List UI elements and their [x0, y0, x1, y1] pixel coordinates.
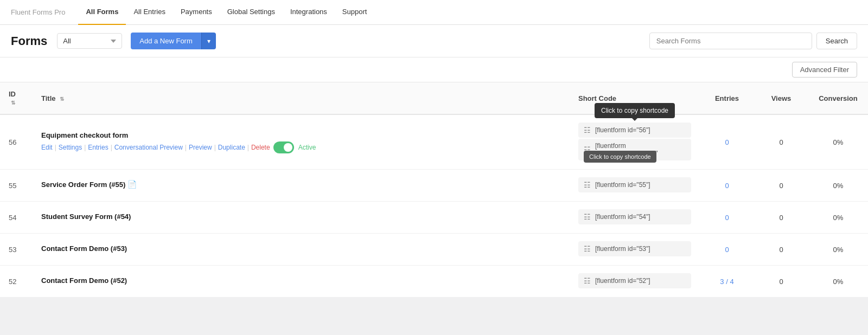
active-status-label: Active: [298, 144, 316, 151]
search-input[interactable]: [649, 33, 812, 49]
table-row: 54 Student Survey Form (#54) ☷ [fluentfo…: [0, 202, 868, 234]
advanced-filter-button[interactable]: Advanced Filter: [792, 62, 857, 78]
table-row: 55 Service Order Form (#55) 📄 ☷ [fluentf…: [0, 170, 868, 202]
shortcode-text-conv: [fluentform type="conversational": [595, 142, 686, 157]
active-toggle[interactable]: [273, 141, 294, 153]
shortcode-text: [fluentform id="55"]: [595, 181, 650, 189]
row-id: 52: [0, 266, 33, 298]
nav-support[interactable]: Support: [335, 0, 375, 25]
copy-icon: ☷: [584, 212, 591, 221]
shortcode-box-conv[interactable]: ☷ [fluentform type="conversational": [578, 139, 691, 160]
table-header: ID ⇅ Title ⇅ Short Code Entries Views Co…: [0, 82, 868, 114]
entries-link[interactable]: 0: [725, 138, 729, 146]
copy-icon: ☷: [584, 126, 591, 134]
form-actions: Edit | Settings | Entries | Conversation…: [41, 141, 561, 153]
shortcode-text: [fluentform id="52"]: [595, 277, 650, 285]
row-id: 55: [0, 170, 33, 202]
nav-integrations[interactable]: Integrations: [283, 0, 335, 25]
forms-table: ID ⇅ Title ⇅ Short Code Entries Views Co…: [0, 82, 868, 298]
row-conversion: 0%: [808, 266, 868, 298]
row-conversion: 0%: [808, 202, 868, 234]
col-header-views: Views: [754, 82, 808, 114]
add-form-button-group: Add a New Form ▾: [131, 33, 216, 49]
row-title-cell: Service Order Form (#55) 📄: [33, 170, 570, 202]
row-views: 0: [754, 114, 808, 170]
row-conversion: 0%: [808, 234, 868, 266]
row-shortcode-cell: ☷ [fluentform id="52"]: [570, 266, 700, 298]
row-entries: 0: [700, 170, 754, 202]
shortcode-box-primary[interactable]: ☷ [fluentform id="56"]: [578, 123, 691, 138]
row-title-cell: Contact Form Demo (#53): [33, 234, 570, 266]
form-title: Service Order Form (#55) 📄: [41, 180, 561, 189]
page-header: Forms All Published Unpublished Add a Ne…: [0, 25, 868, 57]
nav-global-settings[interactable]: Global Settings: [220, 0, 283, 25]
advanced-filter-bar: Advanced Filter: [0, 57, 868, 82]
form-icon: 📄: [127, 180, 137, 189]
row-views: 0: [754, 266, 808, 298]
form-title: Equipment checkout form: [41, 131, 561, 139]
toggle-wrap: Active: [273, 141, 316, 153]
shortcode-text: [fluentform id="53"]: [595, 245, 650, 253]
copy-icon: ☷: [584, 244, 591, 253]
col-header-entries: Entries: [700, 82, 754, 114]
nav-all-entries[interactable]: All Entries: [126, 0, 173, 25]
row-views: 0: [754, 202, 808, 234]
shortcode-box[interactable]: ☷ [fluentform id="53"]: [578, 241, 691, 256]
sort-icon-title: ⇅: [60, 96, 64, 102]
col-header-shortcode: Short Code: [570, 82, 700, 114]
shortcode-box[interactable]: ☷ [fluentform id="52"]: [578, 273, 691, 288]
table-row: 56 Equipment checkout form Edit | Settin…: [0, 114, 868, 170]
table-row: 53 Contact Form Demo (#53) ☷ [fluentform…: [0, 234, 868, 266]
action-duplicate[interactable]: Duplicate: [218, 144, 245, 151]
row-title-cell: Equipment checkout form Edit | Settings …: [33, 114, 570, 170]
copy-icon-conv: ☷: [584, 145, 591, 154]
forms-table-wrap: ID ⇅ Title ⇅ Short Code Entries Views Co…: [0, 82, 868, 298]
row-entries: 0: [700, 234, 754, 266]
row-shortcode-cell: ☷ [fluentform id="55"]: [570, 170, 700, 202]
search-button[interactable]: Search: [816, 33, 857, 49]
form-title: Contact Form Demo (#53): [41, 244, 561, 253]
action-settings[interactable]: Settings: [59, 144, 82, 151]
row-entries: 3 / 4: [700, 266, 754, 298]
row-views: 0: [754, 234, 808, 266]
shortcode-text-primary: [fluentform id="56"]: [595, 126, 650, 134]
row-conversion: 0%: [808, 170, 868, 202]
row-title-cell: Contact Form Demo (#52): [33, 266, 570, 298]
filter-select[interactable]: All Published Unpublished: [57, 33, 122, 49]
shortcode-box[interactable]: ☷ [fluentform id="54"]: [578, 209, 691, 224]
copy-icon: ☷: [584, 276, 591, 285]
entries-link[interactable]: 0: [725, 214, 729, 222]
add-form-button[interactable]: Add a New Form: [131, 33, 201, 49]
action-conversational-preview[interactable]: Conversational Preview: [114, 144, 183, 151]
col-header-conversion: Conversion: [808, 82, 868, 114]
header-right: Search: [649, 33, 857, 49]
row-conversion: 0%: [808, 114, 868, 170]
row-entries: 0: [700, 202, 754, 234]
add-form-dropdown-arrow[interactable]: ▾: [201, 33, 216, 49]
shortcode-wrap-primary: Click to copy shortcode ☷ [fluentform id…: [578, 123, 691, 160]
shortcode-text: [fluentform id="54"]: [595, 213, 650, 221]
action-edit[interactable]: Edit: [41, 144, 53, 151]
row-views: 0: [754, 170, 808, 202]
table-row: 52 Contact Form Demo (#52) ☷ [fluentform…: [0, 266, 868, 298]
nav-payments[interactable]: Payments: [173, 0, 220, 25]
row-id: 54: [0, 202, 33, 234]
action-preview[interactable]: Preview: [189, 144, 212, 151]
row-entries: 0: [700, 114, 754, 170]
row-shortcode-cell: ☷ [fluentform id="54"]: [570, 202, 700, 234]
action-entries[interactable]: Entries: [88, 144, 108, 151]
entries-link[interactable]: 0: [725, 246, 729, 254]
row-id: 53: [0, 234, 33, 266]
copy-icon: ☷: [584, 181, 591, 189]
top-nav: Fluent Forms Pro All Forms All Entries P…: [0, 0, 868, 25]
entries-link[interactable]: 3 / 4: [720, 278, 733, 286]
form-title: Student Survey Form (#54): [41, 212, 561, 221]
page-title: Forms: [11, 34, 47, 48]
action-delete[interactable]: Delete: [251, 144, 270, 151]
entries-link[interactable]: 0: [725, 182, 729, 190]
sort-icon-id: ⇅: [11, 100, 15, 106]
row-id: 56: [0, 114, 33, 170]
row-title-cell: Student Survey Form (#54): [33, 202, 570, 234]
nav-all-forms[interactable]: All Forms: [78, 0, 126, 25]
shortcode-box[interactable]: ☷ [fluentform id="55"]: [578, 177, 691, 192]
